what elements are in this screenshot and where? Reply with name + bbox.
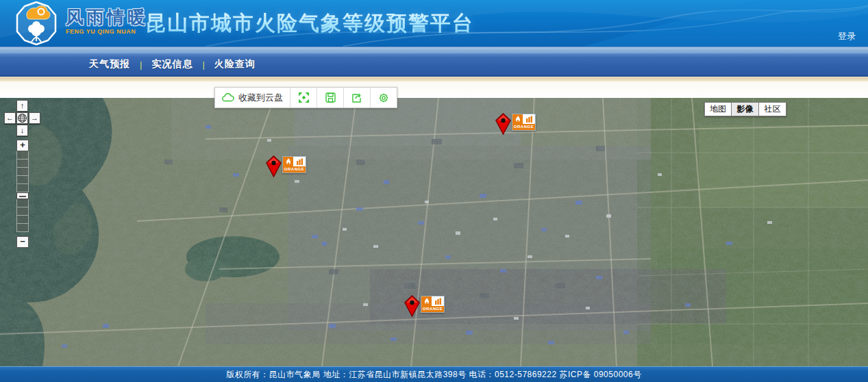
fire-warning-badge[interactable]: ORANGE: [512, 114, 536, 131]
zoom-level-cell[interactable]: [16, 224, 29, 232]
share-icon: [351, 92, 363, 104]
fire-warning-badge[interactable]: ORANGE: [282, 156, 306, 173]
map-type-imagery-button[interactable]: 影像: [732, 102, 759, 116]
logo-subtext: FENG YU QING NUAN: [66, 29, 148, 35]
pan-up-button[interactable]: ↑: [16, 100, 28, 112]
save-image-button[interactable]: [317, 88, 344, 107]
zoom-level-cell[interactable]: [16, 207, 29, 216]
pan-home-button[interactable]: [16, 112, 28, 124]
flame-icon: [512, 114, 523, 124]
warning-icons-row: [512, 114, 535, 124]
login-link[interactable]: 登录: [838, 30, 856, 42]
nav-item-live-info[interactable]: 实况信息: [151, 58, 193, 71]
map-pin-icon[interactable]: [404, 295, 421, 318]
zoom-in-button[interactable]: +: [16, 140, 29, 151]
pan-down-button[interactable]: ↓: [16, 125, 28, 136]
flame-icon: [283, 157, 294, 166]
fire-warning-badge[interactable]: ORANGE: [421, 296, 445, 313]
header: 风雨情暖 FENG YU QING NUAN 昆山市城市火险气象等级预警平台 登…: [0, 0, 868, 47]
warning-level-label: ORANGE: [283, 166, 306, 173]
map-type-map-button[interactable]: 地图: [704, 102, 732, 116]
zoom-slider-track[interactable]: [16, 151, 29, 232]
flame-icon: [421, 296, 432, 306]
page-title: 昆山市城市火险气象等级预警平台: [145, 10, 474, 38]
map-zoom-control: + −: [16, 140, 29, 248]
fullscreen-button[interactable]: [290, 88, 317, 107]
content-gap: [0, 81, 868, 98]
map-pan-control: ↑ ← → ↓: [4, 100, 41, 137]
globe-icon: [17, 113, 27, 123]
nav-item-weather-forecast[interactable]: 天气预报: [89, 58, 130, 71]
fire-warning-marker: ORANGE: [495, 113, 537, 136]
zoom-level-cell[interactable]: [16, 168, 29, 176]
cloud-icon: [222, 92, 234, 104]
level-bars-icon: [523, 114, 534, 124]
main-nav: 天气预报 | 实况信息 | 火险查询: [0, 53, 868, 77]
map-type-community-button[interactable]: 社区: [759, 102, 786, 116]
logo-text: 风雨情暖: [66, 8, 148, 26]
pan-left-button[interactable]: ←: [4, 112, 16, 124]
map-container: 地图 影像 社区 ↑ ← → ↓ +: [0, 98, 868, 366]
save-to-cloud-button[interactable]: 收藏到云盘: [215, 88, 290, 107]
zoom-level-cell[interactable]: [16, 216, 29, 224]
zoom-level-cell[interactable]: [16, 160, 29, 168]
map-type-switcher: 地图 影像 社区: [704, 102, 786, 116]
fire-risk-warning-platform: 风雨情暖 FENG YU QING NUAN 昆山市城市火险气象等级预警平台 登…: [0, 0, 868, 382]
zoom-level-cell[interactable]: [16, 176, 29, 184]
fire-warning-marker: ORANGE: [265, 155, 308, 179]
zoom-level-cell[interactable]: [16, 184, 29, 192]
fullscreen-icon: [297, 92, 310, 104]
share-button[interactable]: [344, 88, 371, 107]
footer: 版权所有：昆山市气象局 地址：江苏省昆山市新镇昆太路398号 电话：0512-5…: [0, 366, 868, 382]
map-pin-icon[interactable]: [495, 113, 512, 136]
zoom-out-button[interactable]: −: [16, 236, 29, 248]
zoom-level-cell[interactable]: [16, 151, 29, 160]
satellite-imagery: [0, 98, 868, 366]
level-bars-icon: [294, 157, 305, 166]
pan-right-button[interactable]: →: [29, 112, 40, 124]
warning-icons-row: [421, 296, 444, 306]
fire-warning-marker: ORANGE: [404, 295, 446, 318]
map-toolbar: 收藏到云盘: [214, 87, 397, 108]
header-substrip: [0, 47, 868, 53]
settings-icon: [377, 92, 390, 104]
nav-item-fire-risk-query[interactable]: 火险查询: [214, 58, 256, 71]
logo-text-block: 风雨情暖 FENG YU QING NUAN: [66, 8, 148, 35]
save-icon: [324, 92, 336, 104]
warning-level-label: ORANGE: [512, 124, 535, 130]
satellite-map[interactable]: 地图 影像 社区 ↑ ← → ↓ +: [0, 98, 868, 366]
zoom-level-cell[interactable]: [16, 199, 29, 207]
nav-separator: |: [140, 60, 142, 70]
nav-separator: |: [202, 60, 204, 70]
zoom-slider-handle[interactable]: [16, 192, 29, 199]
copyright-text: 版权所有：昆山市气象局 地址：江苏省昆山市新镇昆太路398号 电话：0512-5…: [226, 369, 641, 381]
divider-strip: [0, 77, 868, 81]
settings-button[interactable]: [371, 88, 397, 107]
save-to-cloud-label: 收藏到云盘: [238, 92, 283, 104]
warning-level-label: ORANGE: [421, 306, 444, 312]
map-pin-icon[interactable]: [265, 155, 282, 178]
platform-logo: [15, 1, 58, 45]
warning-icons-row: [283, 157, 306, 166]
level-bars-icon: [432, 296, 443, 306]
